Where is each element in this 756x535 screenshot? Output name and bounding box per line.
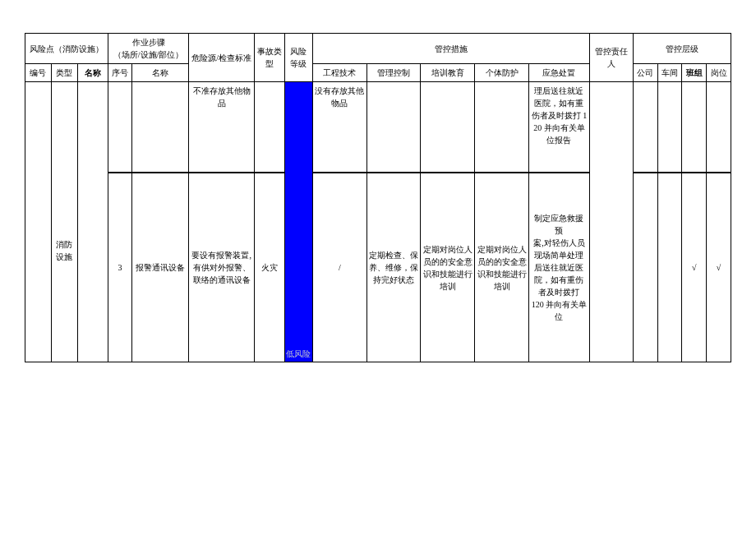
cell-training [421, 82, 475, 173]
cell-engineering: 没有存放其他物品 [312, 82, 366, 173]
header-risk-point: 风险点（消防设施） [25, 34, 108, 64]
cell-step-name: 报警通讯设备 [132, 173, 189, 362]
cell-ppe [475, 82, 529, 173]
header-engineering: 工程技术 [312, 64, 366, 82]
header-control-responsible: 管控责任人 [590, 34, 634, 82]
cell-step-name [132, 82, 189, 173]
header-seq: 序号 [108, 64, 132, 82]
header-risk-level: 风险等级 [285, 34, 313, 82]
cell-management: 定期检查、保养、维修，保持完好状态 [366, 173, 421, 362]
cell-post [707, 82, 731, 173]
header-control-layer: 管控层级 [634, 34, 731, 64]
cell-emergency: 理后送往就近医院，如有重伤者及时拨打 120 并向有关单位报告 [528, 82, 589, 173]
header-hazard-check: 危险源/检查标准 [189, 34, 255, 82]
cell-company [634, 173, 658, 362]
header-post: 岗位 [707, 64, 731, 82]
risk-assessment-table: 风险点（消防设施） 作业步骤 （场所/设施/部位） 危险源/检查标准 事故类型 … [25, 33, 731, 362]
cell-hazard: 不准存放其他物品 [189, 82, 255, 173]
header-team: 班组 [682, 64, 707, 82]
cell-responsible [590, 82, 634, 362]
cell-name [77, 82, 108, 362]
cell-team: √ [682, 173, 707, 362]
header-accident-type: 事故类型 [254, 34, 284, 82]
header-training: 培训教育 [421, 64, 475, 82]
header-ppe: 个体防护 [475, 64, 529, 82]
header-name: 名称 [77, 64, 108, 82]
risk-level-label: 低风险 [285, 346, 312, 362]
cell-team [682, 82, 707, 173]
header-control-measures: 管控措施 [312, 34, 589, 64]
cell-accident: 火灾 [254, 173, 284, 362]
cell-post: √ [707, 173, 731, 362]
cell-emergency: 制定应急救援预 案,对轻伤人员现场简单处理后送往就近医院，如有重伤者及时拨打 1… [528, 173, 589, 362]
table-row: 消防设施 不准存放其他物品 低风险 没有存放其他物品 理后送往就近医院，如有重伤… [25, 82, 731, 173]
cell-id [25, 82, 52, 362]
cell-engineering: / [312, 173, 366, 362]
cell-workshop [657, 173, 682, 362]
header-workshop: 车间 [657, 64, 682, 82]
cell-accident [254, 82, 284, 173]
cell-seq [108, 82, 132, 173]
header-emergency: 应急处置 [528, 64, 589, 82]
header-work-step: 作业步骤 （场所/设施/部位） [108, 34, 189, 64]
header-step-name: 名称 [132, 64, 189, 82]
cell-ppe: 定期对岗位人员的的安全意识和技能进行培训 [475, 173, 529, 362]
header-id: 编号 [25, 64, 52, 82]
header-management: 管理控制 [366, 64, 421, 82]
cell-workshop [657, 82, 682, 173]
cell-seq: 3 [108, 173, 132, 362]
cell-training: 定期对岗位人员的的安全意识和技能进行培训 [421, 173, 475, 362]
cell-management [366, 82, 421, 173]
cell-risk-level: 低风险 [285, 82, 313, 362]
cell-hazard: 要设有报警装置,有供对外报警、联络的通讯设备 [189, 173, 255, 362]
cell-company [634, 82, 658, 173]
cell-category: 消防设施 [51, 82, 77, 362]
header-category: 类型 [51, 64, 77, 82]
header-company: 公司 [634, 64, 658, 82]
